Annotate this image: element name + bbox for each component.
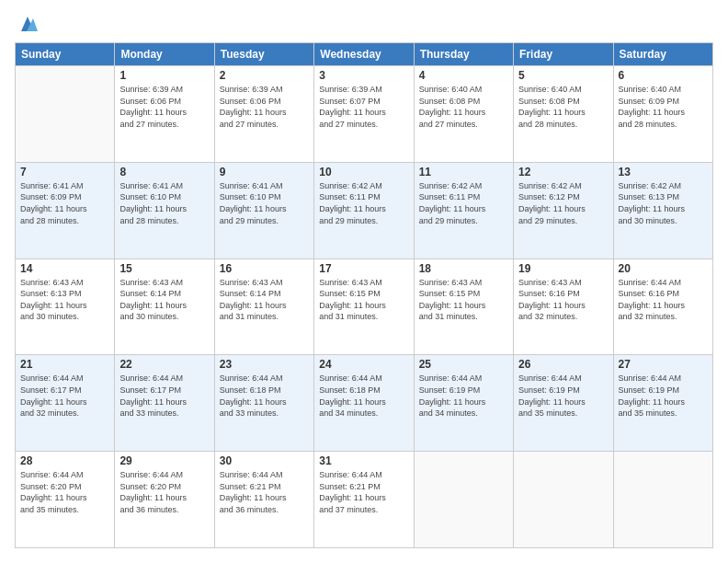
- day-info: Sunrise: 6:43 AM Sunset: 6:14 PM Dayligh…: [220, 277, 309, 323]
- day-info: Sunrise: 6:43 AM Sunset: 6:15 PM Dayligh…: [419, 277, 508, 323]
- day-info: Sunrise: 6:41 AM Sunset: 6:10 PM Dayligh…: [119, 180, 209, 226]
- day-number: 20: [619, 262, 708, 275]
- calendar-cell: 3Sunrise: 6:39 AM Sunset: 6:07 PM Daylig…: [314, 66, 414, 163]
- calendar-cell: 11Sunrise: 6:42 AM Sunset: 6:11 PM Dayli…: [414, 162, 513, 259]
- day-number: 16: [220, 262, 309, 275]
- day-info: Sunrise: 6:44 AM Sunset: 6:17 PM Dayligh…: [119, 373, 209, 419]
- day-number: 3: [319, 69, 408, 82]
- day-info: Sunrise: 6:44 AM Sunset: 6:21 PM Dayligh…: [220, 469, 309, 515]
- calendar-cell: 31Sunrise: 6:44 AM Sunset: 6:21 PM Dayli…: [314, 452, 414, 548]
- calendar-cell: [514, 452, 613, 548]
- calendar-week-5: 28Sunrise: 6:44 AM Sunset: 6:20 PM Dayli…: [16, 452, 713, 548]
- day-info: Sunrise: 6:44 AM Sunset: 6:16 PM Dayligh…: [619, 277, 708, 323]
- day-number: 17: [319, 262, 408, 275]
- calendar-cell: 1Sunrise: 6:39 AM Sunset: 6:06 PM Daylig…: [115, 66, 214, 163]
- day-info: Sunrise: 6:44 AM Sunset: 6:20 PM Dayligh…: [119, 469, 209, 515]
- day-info: Sunrise: 6:42 AM Sunset: 6:13 PM Dayligh…: [619, 180, 708, 226]
- calendar-cell: 26Sunrise: 6:44 AM Sunset: 6:19 PM Dayli…: [514, 355, 613, 452]
- calendar-cell: 23Sunrise: 6:44 AM Sunset: 6:18 PM Dayli…: [214, 355, 313, 452]
- day-info: Sunrise: 6:42 AM Sunset: 6:11 PM Dayligh…: [319, 180, 408, 226]
- day-number: 26: [518, 358, 608, 371]
- calendar-header-wednesday: Wednesday: [314, 43, 414, 66]
- calendar-header-thursday: Thursday: [414, 43, 513, 66]
- day-number: 13: [619, 166, 708, 178]
- calendar-cell: 4Sunrise: 6:40 AM Sunset: 6:08 PM Daylig…: [414, 66, 513, 163]
- calendar-cell: 19Sunrise: 6:43 AM Sunset: 6:16 PM Dayli…: [514, 259, 613, 355]
- day-number: 4: [419, 69, 508, 82]
- calendar-cell: 13Sunrise: 6:42 AM Sunset: 6:13 PM Dayli…: [613, 162, 712, 259]
- calendar-cell: 30Sunrise: 6:44 AM Sunset: 6:21 PM Dayli…: [214, 452, 313, 548]
- logo-icon: [17, 15, 38, 33]
- day-info: Sunrise: 6:44 AM Sunset: 6:21 PM Dayligh…: [319, 469, 408, 515]
- day-number: 9: [220, 166, 309, 178]
- day-number: 14: [20, 262, 109, 275]
- day-number: 25: [419, 358, 508, 371]
- day-number: 22: [119, 358, 209, 371]
- day-info: Sunrise: 6:44 AM Sunset: 6:17 PM Dayligh…: [20, 373, 109, 419]
- day-number: 28: [20, 454, 109, 467]
- calendar-cell: 21Sunrise: 6:44 AM Sunset: 6:17 PM Dayli…: [16, 355, 115, 452]
- calendar-cell: 16Sunrise: 6:43 AM Sunset: 6:14 PM Dayli…: [214, 259, 313, 355]
- day-info: Sunrise: 6:39 AM Sunset: 6:07 PM Dayligh…: [319, 84, 408, 130]
- calendar-cell: [16, 66, 115, 163]
- calendar-cell: 8Sunrise: 6:41 AM Sunset: 6:10 PM Daylig…: [115, 162, 214, 259]
- calendar-cell: 2Sunrise: 6:39 AM Sunset: 6:06 PM Daylig…: [214, 66, 313, 163]
- day-info: Sunrise: 6:44 AM Sunset: 6:20 PM Dayligh…: [20, 469, 109, 515]
- calendar-cell: 15Sunrise: 6:43 AM Sunset: 6:14 PM Dayli…: [115, 259, 214, 355]
- calendar-cell: [414, 452, 513, 548]
- calendar-header-saturday: Saturday: [613, 43, 712, 66]
- calendar-cell: 29Sunrise: 6:44 AM Sunset: 6:20 PM Dayli…: [115, 452, 214, 548]
- header: [15, 15, 713, 33]
- day-info: Sunrise: 6:39 AM Sunset: 6:06 PM Dayligh…: [119, 84, 209, 130]
- day-number: 5: [518, 69, 608, 82]
- day-number: 6: [619, 69, 708, 82]
- calendar-cell: 14Sunrise: 6:43 AM Sunset: 6:13 PM Dayli…: [16, 259, 115, 355]
- day-number: 19: [518, 262, 608, 275]
- day-info: Sunrise: 6:44 AM Sunset: 6:19 PM Dayligh…: [419, 373, 508, 419]
- calendar-cell: 7Sunrise: 6:41 AM Sunset: 6:09 PM Daylig…: [16, 162, 115, 259]
- calendar-week-1: 1Sunrise: 6:39 AM Sunset: 6:06 PM Daylig…: [16, 66, 713, 163]
- day-info: Sunrise: 6:44 AM Sunset: 6:19 PM Dayligh…: [619, 373, 708, 419]
- day-info: Sunrise: 6:40 AM Sunset: 6:08 PM Dayligh…: [518, 84, 608, 130]
- calendar-cell: 6Sunrise: 6:40 AM Sunset: 6:09 PM Daylig…: [613, 66, 712, 163]
- day-number: 21: [20, 358, 109, 371]
- day-number: 15: [119, 262, 209, 275]
- day-info: Sunrise: 6:41 AM Sunset: 6:10 PM Dayligh…: [220, 180, 309, 226]
- day-number: 2: [220, 69, 309, 82]
- calendar-cell: 28Sunrise: 6:44 AM Sunset: 6:20 PM Dayli…: [16, 452, 115, 548]
- day-info: Sunrise: 6:41 AM Sunset: 6:09 PM Dayligh…: [20, 180, 109, 226]
- day-info: Sunrise: 6:43 AM Sunset: 6:15 PM Dayligh…: [319, 277, 408, 323]
- calendar-cell: 24Sunrise: 6:44 AM Sunset: 6:18 PM Dayli…: [314, 355, 414, 452]
- calendar-cell: 17Sunrise: 6:43 AM Sunset: 6:15 PM Dayli…: [314, 259, 414, 355]
- day-number: 7: [20, 166, 109, 178]
- calendar-cell: [613, 452, 712, 548]
- day-number: 12: [518, 166, 608, 178]
- day-info: Sunrise: 6:44 AM Sunset: 6:19 PM Dayligh…: [518, 373, 608, 419]
- day-info: Sunrise: 6:43 AM Sunset: 6:14 PM Dayligh…: [119, 277, 209, 323]
- day-number: 18: [419, 262, 508, 275]
- calendar-week-2: 7Sunrise: 6:41 AM Sunset: 6:09 PM Daylig…: [16, 162, 713, 259]
- calendar-cell: 22Sunrise: 6:44 AM Sunset: 6:17 PM Dayli…: [115, 355, 214, 452]
- day-number: 10: [319, 166, 408, 178]
- day-info: Sunrise: 6:42 AM Sunset: 6:12 PM Dayligh…: [518, 180, 608, 226]
- day-number: 29: [119, 454, 209, 467]
- day-info: Sunrise: 6:44 AM Sunset: 6:18 PM Dayligh…: [220, 373, 309, 419]
- calendar-cell: 12Sunrise: 6:42 AM Sunset: 6:12 PM Dayli…: [514, 162, 613, 259]
- calendar-cell: 25Sunrise: 6:44 AM Sunset: 6:19 PM Dayli…: [414, 355, 513, 452]
- day-number: 24: [319, 358, 408, 371]
- day-number: 1: [119, 69, 209, 82]
- calendar-cell: 20Sunrise: 6:44 AM Sunset: 6:16 PM Dayli…: [613, 259, 712, 355]
- calendar-table: SundayMondayTuesdayWednesdayThursdayFrid…: [15, 42, 713, 548]
- calendar-header-friday: Friday: [514, 43, 613, 66]
- calendar-week-3: 14Sunrise: 6:43 AM Sunset: 6:13 PM Dayli…: [16, 259, 713, 355]
- calendar-cell: 10Sunrise: 6:42 AM Sunset: 6:11 PM Dayli…: [314, 162, 414, 259]
- calendar-week-4: 21Sunrise: 6:44 AM Sunset: 6:17 PM Dayli…: [16, 355, 713, 452]
- day-info: Sunrise: 6:40 AM Sunset: 6:08 PM Dayligh…: [419, 84, 508, 130]
- calendar-header-monday: Monday: [115, 43, 214, 66]
- day-info: Sunrise: 6:40 AM Sunset: 6:09 PM Dayligh…: [619, 84, 708, 130]
- day-info: Sunrise: 6:44 AM Sunset: 6:18 PM Dayligh…: [319, 373, 408, 419]
- day-info: Sunrise: 6:42 AM Sunset: 6:11 PM Dayligh…: [419, 180, 508, 226]
- calendar-header-sunday: Sunday: [16, 43, 115, 66]
- calendar-header-tuesday: Tuesday: [214, 43, 313, 66]
- calendar-cell: 9Sunrise: 6:41 AM Sunset: 6:10 PM Daylig…: [214, 162, 313, 259]
